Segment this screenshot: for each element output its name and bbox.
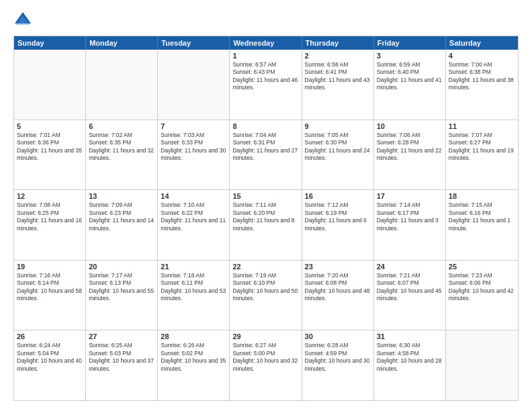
cell-date: 2	[305, 52, 371, 60]
calendar-cell: 14Sunrise: 7:10 AM Sunset: 6:22 PM Dayli…	[158, 190, 230, 260]
cell-date: 20	[89, 263, 154, 271]
cell-date: 3	[377, 52, 443, 60]
week-2: 5Sunrise: 7:01 AM Sunset: 6:36 PM Daylig…	[14, 120, 518, 190]
cell-date: 30	[305, 332, 371, 340]
cell-info: Sunrise: 6:57 AM Sunset: 6:43 PM Dayligh…	[232, 61, 298, 92]
cell-date: 16	[305, 192, 371, 200]
cell-date: 22	[232, 263, 298, 271]
calendar-cell: 10Sunrise: 7:06 AM Sunset: 6:28 PM Dayli…	[374, 120, 446, 190]
weeks: 1Sunrise: 6:57 AM Sunset: 6:43 PM Daylig…	[14, 50, 518, 400]
cell-info: Sunrise: 7:21 AM Sunset: 6:07 PM Dayligh…	[377, 272, 443, 303]
cell-info: Sunrise: 6:25 AM Sunset: 5:03 PM Dayligh…	[89, 342, 154, 373]
cell-date: 24	[377, 263, 443, 271]
cell-date: 17	[377, 192, 443, 200]
calendar-cell: 7Sunrise: 7:03 AM Sunset: 6:33 PM Daylig…	[158, 120, 230, 190]
cell-info: Sunrise: 7:15 AM Sunset: 6:16 PM Dayligh…	[449, 201, 515, 232]
calendar-cell: 23Sunrise: 7:20 AM Sunset: 6:08 PM Dayli…	[302, 261, 374, 330]
cell-info: Sunrise: 7:00 AM Sunset: 6:38 PM Dayligh…	[449, 61, 515, 92]
calendar-cell	[86, 50, 158, 120]
calendar-cell: 13Sunrise: 7:09 AM Sunset: 6:23 PM Dayli…	[86, 190, 158, 260]
cell-info: Sunrise: 7:17 AM Sunset: 6:13 PM Dayligh…	[89, 272, 154, 303]
week-1: 1Sunrise: 6:57 AM Sunset: 6:43 PM Daylig…	[14, 50, 518, 120]
cell-info: Sunrise: 7:23 AM Sunset: 6:06 PM Dayligh…	[449, 272, 515, 303]
calendar-cell: 29Sunrise: 6:27 AM Sunset: 5:00 PM Dayli…	[230, 330, 302, 400]
calendar-cell: 18Sunrise: 7:15 AM Sunset: 6:16 PM Dayli…	[446, 190, 518, 260]
week-5: 26Sunrise: 6:24 AM Sunset: 5:04 PM Dayli…	[14, 330, 518, 400]
calendar-cell	[158, 50, 230, 120]
calendar-cell: 12Sunrise: 7:08 AM Sunset: 6:25 PM Dayli…	[14, 190, 86, 260]
cell-info: Sunrise: 7:10 AM Sunset: 6:22 PM Dayligh…	[161, 201, 226, 232]
day-header-sunday: Sunday	[14, 36, 86, 50]
day-header-saturday: Saturday	[446, 36, 518, 50]
day-header-friday: Friday	[374, 36, 446, 50]
cell-info: Sunrise: 7:08 AM Sunset: 6:25 PM Dayligh…	[17, 201, 83, 232]
cell-date: 21	[161, 263, 226, 271]
cell-date: 10	[377, 122, 443, 130]
calendar-cell	[446, 330, 518, 400]
calendar-cell: 6Sunrise: 7:02 AM Sunset: 6:35 PM Daylig…	[86, 120, 158, 190]
calendar-cell: 19Sunrise: 7:16 AM Sunset: 6:14 PM Dayli…	[14, 261, 86, 330]
cell-info: Sunrise: 6:30 AM Sunset: 4:58 PM Dayligh…	[377, 342, 443, 373]
calendar-cell: 2Sunrise: 6:58 AM Sunset: 6:41 PM Daylig…	[302, 50, 374, 120]
calendar-cell: 20Sunrise: 7:17 AM Sunset: 6:13 PM Dayli…	[86, 261, 158, 330]
cell-info: Sunrise: 7:09 AM Sunset: 6:23 PM Dayligh…	[89, 201, 154, 232]
calendar-cell: 22Sunrise: 7:19 AM Sunset: 6:10 PM Dayli…	[230, 261, 302, 330]
logo	[13, 10, 35, 29]
cell-date: 28	[161, 332, 226, 340]
calendar-cell	[14, 50, 86, 120]
calendar: SundayMondayTuesdayWednesdayThursdayFrid…	[13, 36, 519, 401]
calendar-cell: 4Sunrise: 7:00 AM Sunset: 6:38 PM Daylig…	[446, 50, 518, 120]
cell-date: 12	[17, 192, 83, 200]
calendar-cell: 25Sunrise: 7:23 AM Sunset: 6:06 PM Dayli…	[446, 261, 518, 330]
calendar-cell: 9Sunrise: 7:05 AM Sunset: 6:30 PM Daylig…	[302, 120, 374, 190]
day-headers: SundayMondayTuesdayWednesdayThursdayFrid…	[14, 36, 518, 50]
cell-info: Sunrise: 7:03 AM Sunset: 6:33 PM Dayligh…	[161, 132, 226, 163]
cell-info: Sunrise: 6:28 AM Sunset: 4:59 PM Dayligh…	[305, 342, 371, 373]
cell-info: Sunrise: 7:16 AM Sunset: 6:14 PM Dayligh…	[17, 272, 83, 303]
logo-icon	[13, 10, 32, 29]
cell-date: 26	[17, 332, 83, 340]
cell-date: 4	[449, 52, 515, 60]
calendar-cell: 16Sunrise: 7:12 AM Sunset: 6:19 PM Dayli…	[302, 190, 374, 260]
cell-info: Sunrise: 6:26 AM Sunset: 5:02 PM Dayligh…	[161, 342, 226, 373]
cell-date: 29	[232, 332, 298, 340]
cell-info: Sunrise: 7:04 AM Sunset: 6:31 PM Dayligh…	[232, 132, 298, 163]
cell-date: 27	[89, 332, 154, 340]
cell-date: 23	[305, 263, 371, 271]
calendar-cell: 3Sunrise: 6:59 AM Sunset: 6:40 PM Daylig…	[374, 50, 446, 120]
cell-info: Sunrise: 7:05 AM Sunset: 6:30 PM Dayligh…	[305, 132, 371, 163]
calendar-cell: 17Sunrise: 7:14 AM Sunset: 6:17 PM Dayli…	[374, 190, 446, 260]
cell-date: 9	[305, 122, 371, 130]
week-3: 12Sunrise: 7:08 AM Sunset: 6:25 PM Dayli…	[14, 189, 518, 260]
cell-date: 15	[232, 192, 298, 200]
calendar-cell: 30Sunrise: 6:28 AM Sunset: 4:59 PM Dayli…	[302, 330, 374, 400]
cell-date: 7	[161, 122, 226, 130]
cell-date: 8	[232, 122, 298, 130]
cell-date: 5	[17, 122, 83, 130]
cell-info: Sunrise: 7:06 AM Sunset: 6:28 PM Dayligh…	[377, 132, 443, 163]
day-header-wednesday: Wednesday	[230, 36, 302, 50]
cell-info: Sunrise: 7:20 AM Sunset: 6:08 PM Dayligh…	[305, 272, 371, 303]
cell-info: Sunrise: 6:27 AM Sunset: 5:00 PM Dayligh…	[232, 342, 298, 373]
calendar-cell: 31Sunrise: 6:30 AM Sunset: 4:58 PM Dayli…	[374, 330, 446, 400]
cell-date: 13	[89, 192, 154, 200]
day-header-thursday: Thursday	[302, 36, 374, 50]
calendar-cell: 5Sunrise: 7:01 AM Sunset: 6:36 PM Daylig…	[14, 120, 86, 190]
calendar-cell: 8Sunrise: 7:04 AM Sunset: 6:31 PM Daylig…	[230, 120, 302, 190]
cell-info: Sunrise: 7:01 AM Sunset: 6:36 PM Dayligh…	[17, 132, 83, 163]
page: SundayMondayTuesdayWednesdayThursdayFrid…	[0, 0, 532, 411]
cell-date: 11	[449, 122, 515, 130]
cell-info: Sunrise: 6:24 AM Sunset: 5:04 PM Dayligh…	[17, 342, 83, 373]
calendar-cell: 21Sunrise: 7:18 AM Sunset: 6:11 PM Dayli…	[158, 261, 230, 330]
cell-info: Sunrise: 7:18 AM Sunset: 6:11 PM Dayligh…	[161, 272, 226, 303]
cell-date: 6	[89, 122, 154, 130]
cell-date: 19	[17, 263, 83, 271]
cell-info: Sunrise: 6:59 AM Sunset: 6:40 PM Dayligh…	[377, 61, 443, 92]
cell-info: Sunrise: 7:12 AM Sunset: 6:19 PM Dayligh…	[305, 201, 371, 232]
cell-info: Sunrise: 7:11 AM Sunset: 6:20 PM Dayligh…	[232, 201, 298, 232]
header	[13, 10, 519, 29]
cell-info: Sunrise: 7:19 AM Sunset: 6:10 PM Dayligh…	[232, 272, 298, 303]
day-header-tuesday: Tuesday	[158, 36, 230, 50]
calendar-cell: 1Sunrise: 6:57 AM Sunset: 6:43 PM Daylig…	[230, 50, 302, 120]
calendar-cell: 24Sunrise: 7:21 AM Sunset: 6:07 PM Dayli…	[374, 261, 446, 330]
